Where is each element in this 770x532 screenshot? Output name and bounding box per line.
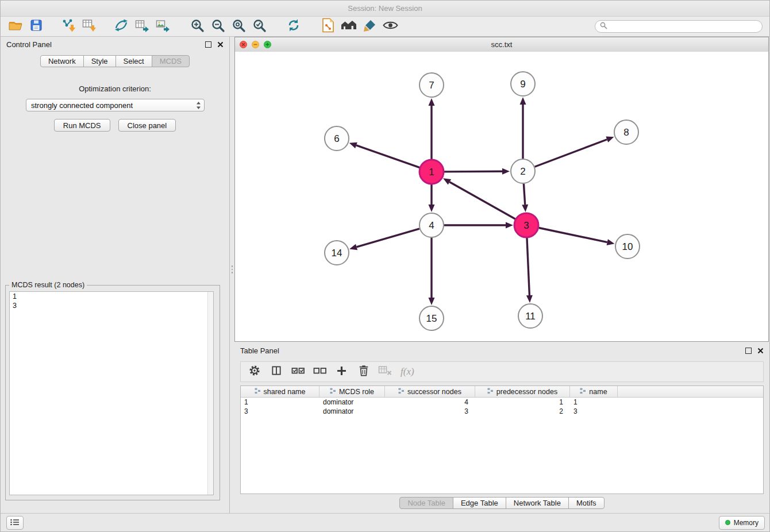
home-icon: [341, 18, 357, 34]
table-tab-motifs[interactable]: Motifs: [568, 497, 605, 509]
search-input[interactable]: [610, 22, 757, 32]
graph-node-label: 8: [623, 127, 629, 138]
column-label: successor nodes: [407, 388, 461, 396]
table-row[interactable]: 1dominator411: [241, 398, 763, 407]
export-table-button[interactable]: [132, 18, 152, 35]
gear-icon: [248, 364, 261, 379]
show-hide-button[interactable]: [380, 18, 401, 35]
zoom-in-icon: [190, 18, 205, 35]
graph-node-label: 1: [429, 167, 434, 178]
zoom-selected-button[interactable]: [249, 18, 270, 35]
delete-table-button[interactable]: [379, 365, 392, 379]
column-type-icon: [487, 388, 494, 396]
plus-icon: [336, 365, 348, 379]
minimize-window-button[interactable]: [252, 41, 259, 48]
mcds-result-list[interactable]: 13: [9, 291, 214, 495]
import-table-button[interactable]: [79, 18, 99, 35]
table-cell: 4: [385, 398, 475, 406]
graph-edge-1-2[interactable]: [444, 171, 502, 172]
control-tab-network[interactable]: Network: [40, 55, 84, 67]
vertical-splitter-handle[interactable]: [230, 262, 234, 277]
table-panel: Table Panel f(x) shared nameMCDS rolesuc…: [234, 343, 769, 513]
delete-column-button[interactable]: [357, 365, 370, 379]
column-header-successor-nodes[interactable]: successor nodes: [385, 386, 475, 397]
save-session-button[interactable]: [26, 18, 47, 35]
run-mcds-button[interactable]: Run MCDS: [54, 119, 110, 132]
add-column-button[interactable]: [335, 365, 348, 379]
memory-button[interactable]: Memory: [719, 516, 765, 530]
control-tab-style[interactable]: Style: [83, 55, 116, 67]
close-window-button[interactable]: [240, 41, 247, 48]
close-table-panel-icon[interactable]: [757, 348, 764, 354]
table-row[interactable]: 3dominator323: [241, 407, 763, 416]
table-cell: 1: [241, 398, 319, 406]
network-document-button[interactable]: [318, 18, 338, 35]
apply-style-button[interactable]: [359, 18, 380, 35]
graph-node-label: 4: [429, 220, 434, 231]
table-cell: 3: [241, 407, 319, 415]
edge-arrowhead: [502, 168, 510, 175]
zoom-fit-button[interactable]: [228, 18, 249, 35]
graph-edge-3-1[interactable]: [449, 182, 515, 219]
table-cell: 1: [570, 398, 618, 406]
mcds-result-item: 1: [10, 292, 213, 301]
graph-edge-3-10[interactable]: [539, 228, 607, 242]
export-image-button[interactable]: [152, 18, 173, 35]
float-table-panel-icon[interactable]: [745, 348, 752, 354]
import-network-button[interactable]: [58, 18, 79, 35]
edge-arrowhead: [506, 222, 513, 229]
close-panel-icon[interactable]: [217, 41, 224, 48]
column-label: predecessor nodes: [496, 388, 557, 396]
graph-edge-1-6[interactable]: [356, 145, 419, 168]
result-scrollbar[interactable]: [207, 292, 213, 495]
refresh-icon: [286, 18, 301, 35]
home-layout-button[interactable]: [338, 18, 359, 35]
close-panel-button[interactable]: Close panel: [118, 119, 176, 132]
zoom-out-button[interactable]: [207, 18, 228, 35]
delete-table-icon: [378, 365, 392, 379]
window-title: Session: New Session: [348, 4, 422, 13]
table-panel-title: Table Panel: [240, 346, 279, 355]
status-bar: Memory: [1, 513, 769, 531]
mcds-result-group: MCDS result (2 nodes) 13: [5, 285, 220, 500]
network-graph[interactable]: 7968124314101511: [235, 52, 768, 341]
graph-node-label: 2: [520, 166, 525, 177]
maximize-window-button[interactable]: [264, 41, 271, 48]
show-columns-button[interactable]: [270, 365, 283, 379]
column-header-predecessor-nodes[interactable]: predecessor nodes: [475, 386, 570, 397]
select-all-columns-button[interactable]: [291, 365, 305, 379]
column-header-mcds-role[interactable]: MCDS role: [319, 386, 385, 397]
table-tab-node-table[interactable]: Node Table: [399, 497, 453, 509]
table-settings-button[interactable]: [248, 365, 261, 379]
column-header-name[interactable]: name: [570, 386, 618, 397]
float-panel-icon[interactable]: [205, 41, 211, 48]
graph-edge-2-8[interactable]: [535, 140, 607, 167]
zoom-in-button[interactable]: [187, 18, 207, 35]
column-type-icon: [255, 388, 261, 396]
unselect-all-columns-button[interactable]: [313, 365, 326, 379]
network-window-titlebar[interactable]: scc.txt: [235, 37, 768, 52]
control-tab-mcds[interactable]: MCDS: [152, 55, 190, 67]
export-image-icon: [155, 18, 170, 35]
network-canvas[interactable]: 7968124314101511: [235, 52, 768, 341]
table-tab-edge-table[interactable]: Edge Table: [453, 497, 506, 509]
graph-edge-3-11[interactable]: [527, 238, 529, 295]
function-builder-button[interactable]: f(x): [401, 366, 414, 377]
node-table: shared nameMCDS rolesuccessor nodesprede…: [240, 385, 764, 494]
open-session-button[interactable]: [5, 18, 26, 35]
graph-edge-4-14[interactable]: [357, 229, 419, 247]
criterion-dropdown[interactable]: strongly connected component: [26, 99, 205, 111]
column-header-shared-name[interactable]: shared name: [241, 386, 319, 397]
network-arrows-button[interactable]: [111, 18, 132, 35]
control-panel-title: Control Panel: [6, 40, 52, 49]
control-tab-select[interactable]: Select: [116, 55, 152, 67]
show-panels-button[interactable]: [6, 516, 24, 530]
table-tab-network-table[interactable]: Network Table: [506, 497, 569, 509]
memory-label: Memory: [734, 519, 759, 527]
search-field[interactable]: [595, 20, 763, 33]
refresh-layout-button[interactable]: [283, 18, 304, 35]
import-network-icon: [61, 18, 76, 35]
table-cell: dominator: [319, 398, 385, 406]
graph-edge-2-3[interactable]: [523, 184, 525, 205]
table-body: 1dominator4113dominator323: [241, 398, 763, 416]
